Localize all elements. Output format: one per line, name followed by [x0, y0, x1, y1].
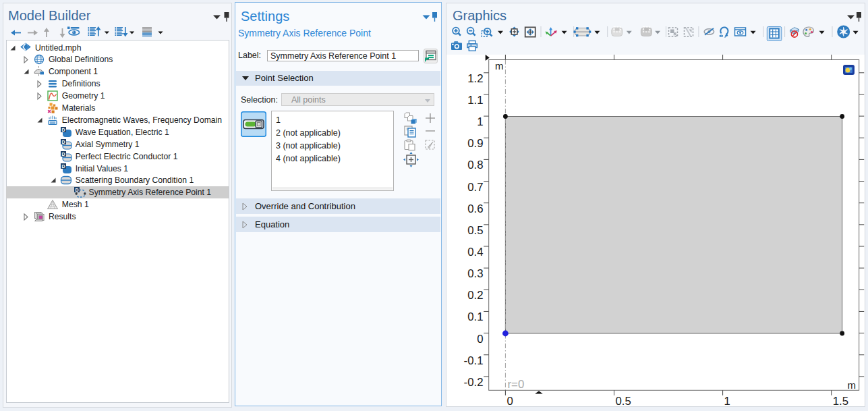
svg-text:0.8: 0.8: [467, 159, 483, 171]
svg-text:D: D: [75, 188, 78, 192]
svg-text:0.1: 0.1: [467, 310, 483, 323]
svg-text:m: m: [848, 379, 857, 391]
svg-text:0.3: 0.3: [467, 267, 483, 280]
svg-text:0.5: 0.5: [616, 395, 631, 408]
svg-text:1: 1: [477, 115, 483, 128]
svg-text:0: 0: [507, 395, 513, 408]
svg-text:0.4: 0.4: [467, 246, 483, 258]
svg-text:D: D: [61, 139, 65, 144]
svg-text:1.5: 1.5: [833, 395, 848, 408]
svg-text:r=0: r=0: [508, 378, 525, 391]
svg-text:0: 0: [477, 333, 483, 346]
svg-text:-0.2: -0.2: [464, 376, 484, 389]
svg-text:0.7: 0.7: [467, 181, 483, 194]
svg-text:0.6: 0.6: [467, 202, 483, 215]
svg-text:-0.1: -0.1: [464, 354, 484, 367]
svg-text:D: D: [61, 163, 65, 168]
svg-text:m: m: [495, 60, 504, 72]
svg-text:1: 1: [724, 395, 730, 408]
svg-text:1.1: 1.1: [467, 94, 483, 107]
svg-text:0.5: 0.5: [467, 224, 483, 237]
svg-text:D: D: [61, 127, 65, 132]
svg-text:1.2: 1.2: [467, 72, 483, 85]
svg-text:0.9: 0.9: [467, 137, 483, 150]
svg-text:0.2: 0.2: [467, 289, 483, 302]
svg-text:D: D: [61, 151, 65, 156]
